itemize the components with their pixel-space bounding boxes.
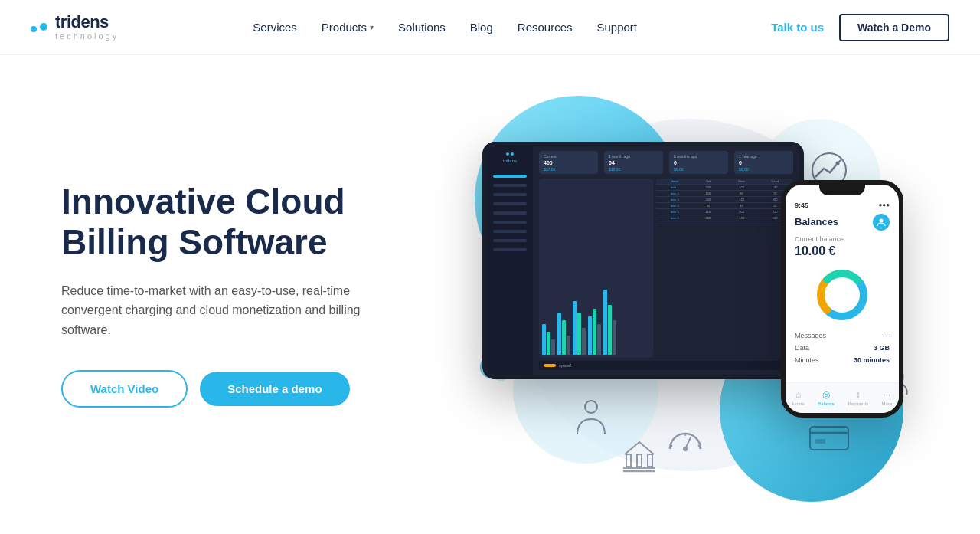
sidebar-item bbox=[493, 211, 527, 215]
bar bbox=[593, 309, 596, 355]
bar bbox=[562, 320, 566, 355]
table-row: Item 2 150 80 70 bbox=[656, 191, 793, 197]
sidebar-item bbox=[493, 221, 527, 224]
sidebar-item bbox=[493, 193, 527, 196]
tablet-bottom-bar: synced bbox=[539, 361, 793, 370]
hero-illustration: % bbox=[444, 55, 934, 534]
nav-support[interactable]: Support bbox=[597, 21, 638, 34]
schedule-demo-button[interactable]: Schedule a demo bbox=[200, 372, 349, 406]
tablet-content: Current 400 $37.00 1 month ago 64 $18.05… bbox=[533, 146, 799, 375]
nav-solutions[interactable]: Solutions bbox=[398, 21, 446, 34]
watch-demo-button[interactable]: Watch a Demo bbox=[839, 14, 949, 41]
bar bbox=[573, 301, 577, 355]
nav-balance[interactable]: ◎ Balance bbox=[818, 389, 835, 406]
bar bbox=[577, 313, 581, 355]
logo[interactable]: tridens technology bbox=[31, 14, 119, 41]
talk-to-us-link[interactable]: Talk to us bbox=[771, 21, 824, 34]
tablet-sidebar: tridens bbox=[487, 146, 533, 375]
logo-dot-2 bbox=[40, 23, 47, 31]
sidebar-item bbox=[493, 175, 527, 178]
tablet-screen: tridens bbox=[487, 146, 799, 375]
sidebar-item bbox=[493, 239, 527, 242]
phone-item: Minutes 30 minutes bbox=[795, 356, 890, 364]
bar bbox=[603, 290, 607, 355]
bar-group bbox=[603, 290, 616, 355]
chevron-down-icon: ▾ bbox=[370, 23, 374, 31]
more-icon: ··· bbox=[883, 389, 890, 400]
bar bbox=[567, 336, 570, 355]
bar bbox=[597, 324, 601, 355]
home-icon: ⌂ bbox=[795, 389, 801, 400]
dot bbox=[506, 152, 509, 156]
stat-1month: 1 month ago 64 $18.05 bbox=[604, 151, 663, 174]
donut-chart-wrap bbox=[786, 264, 899, 326]
avatar bbox=[873, 214, 890, 231]
hero-description: Reduce time-to-market with an easy-to-us… bbox=[61, 281, 383, 340]
stat-1year: 1 year ago 0 $0.00 bbox=[734, 151, 793, 174]
dot bbox=[511, 152, 514, 156]
bar bbox=[542, 324, 546, 355]
header: tridens technology Services Products ▾ S… bbox=[0, 0, 980, 55]
phone-title-bar: Balances bbox=[786, 212, 899, 235]
svg-point-20 bbox=[880, 218, 884, 222]
tablet-table: Name Val Free Used Item 1 200 100 100 bbox=[656, 179, 793, 358]
table-header: Name Val Free Used bbox=[656, 179, 793, 185]
logo-dot-1 bbox=[31, 26, 37, 32]
sidebar-item bbox=[493, 184, 527, 187]
logo-icon bbox=[31, 23, 47, 32]
bar bbox=[612, 320, 616, 355]
logo-sub: technology bbox=[55, 32, 119, 41]
donut-chart bbox=[812, 264, 873, 326]
bar bbox=[557, 313, 561, 355]
hero-headline: Innovative Cloud Billing Software bbox=[61, 182, 444, 263]
bar-group bbox=[573, 301, 586, 355]
nav-resources[interactable]: Resources bbox=[518, 21, 573, 34]
phone-item: Data 3 GB bbox=[795, 344, 890, 352]
nav-services[interactable]: Services bbox=[253, 21, 297, 34]
phone-item: Messages — bbox=[795, 332, 890, 339]
hero-content: Innovative Cloud Billing Software Reduce… bbox=[61, 182, 444, 408]
nav-more[interactable]: ··· More bbox=[882, 389, 893, 406]
stat-3month: 6 months ago 0 $0.00 bbox=[669, 151, 728, 174]
logo-name: tridens bbox=[55, 14, 119, 31]
sidebar-item bbox=[493, 248, 527, 251]
bar bbox=[588, 316, 592, 355]
tablet-mockup: tridens bbox=[482, 142, 804, 379]
table-row: Item 3 320 120 200 bbox=[656, 197, 793, 203]
balance-label: Current balance bbox=[786, 235, 899, 243]
bar bbox=[551, 339, 555, 355]
balance-icon: ◎ bbox=[822, 389, 830, 400]
hero-buttons: Watch Video Schedule a demo bbox=[61, 370, 444, 408]
nav-products[interactable]: Products ▾ bbox=[322, 21, 374, 34]
table-row: Item 1 200 100 100 bbox=[656, 185, 793, 191]
nav-home[interactable]: ⌂ Home bbox=[792, 389, 805, 406]
bar-group bbox=[557, 313, 570, 355]
status-text: synced bbox=[559, 363, 571, 368]
tablet-brand: tridens bbox=[490, 159, 530, 163]
phone-header: 9:45 ●●● bbox=[786, 198, 899, 212]
logo-text: tridens technology bbox=[55, 14, 119, 41]
nav-blog[interactable]: Blog bbox=[470, 21, 493, 34]
phone-bottom-nav: ⌂ Home ◎ Balance ↕ Payments ··· More bbox=[786, 382, 899, 413]
phone-items: Messages — Data 3 GB Minutes 30 minutes bbox=[786, 332, 899, 364]
table-row: Item 6 280 130 150 bbox=[656, 215, 793, 221]
bar bbox=[547, 332, 550, 355]
watch-video-button[interactable]: Watch Video bbox=[61, 370, 188, 408]
phone-mockup: 9:45 ●●● Balances Current balance 10.00 … bbox=[781, 180, 903, 418]
table-row: Item 5 410 200 210 bbox=[656, 209, 793, 215]
nav-payments[interactable]: ↕ Payments bbox=[848, 389, 868, 406]
tablet-chart-section: Name Val Free Used Item 1 200 100 100 bbox=[539, 179, 793, 358]
bar-group bbox=[588, 309, 601, 355]
phone-title: Balances bbox=[795, 216, 838, 228]
status-dot bbox=[544, 364, 556, 367]
bar-group bbox=[542, 324, 555, 355]
phone-time: 9:45 bbox=[795, 201, 808, 209]
bar bbox=[582, 328, 586, 355]
payments-icon: ↕ bbox=[856, 389, 861, 400]
tablet-stats-row: Current 400 $37.00 1 month ago 64 $18.05… bbox=[539, 151, 793, 174]
table-row: Item 4 90 40 50 bbox=[656, 203, 793, 209]
phone-status: ●●● bbox=[879, 201, 890, 208]
devices: tridens bbox=[475, 103, 903, 486]
sidebar-item bbox=[493, 230, 527, 233]
balance-value: 10.00 € bbox=[786, 244, 899, 258]
